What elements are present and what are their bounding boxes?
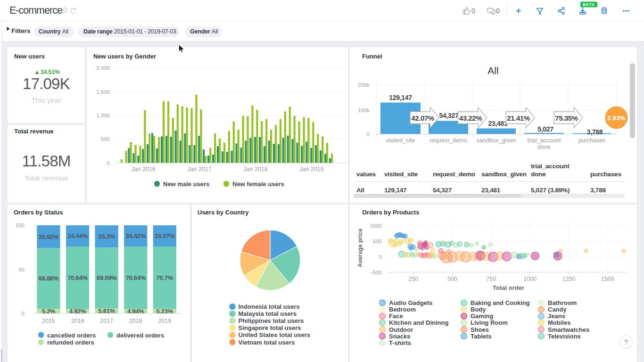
svg-text:Shoes: Shoes xyxy=(471,326,489,333)
svg-text:0: 0 xyxy=(379,254,382,260)
svg-text:500: 500 xyxy=(447,276,457,282)
svg-text:Gaming: Gaming xyxy=(471,313,493,320)
svg-text:Living Room: Living Room xyxy=(471,319,508,326)
svg-text:T-shirts: T-shirts xyxy=(389,339,411,346)
svg-text:1500: 1500 xyxy=(601,276,614,282)
svg-text:Baking and Cooking: Baking and Cooking xyxy=(471,299,530,306)
svg-text:Smartwatches: Smartwatches xyxy=(548,326,589,333)
svg-text:1250: 1250 xyxy=(562,276,576,282)
svg-text:Total order: Total order xyxy=(493,284,524,291)
svg-text:750: 750 xyxy=(486,276,496,282)
svg-text:500: 500 xyxy=(373,239,382,244)
svg-text:Mobiles: Mobiles xyxy=(548,319,570,326)
svg-text:Audio Gadgets: Audio Gadgets xyxy=(389,299,432,306)
svg-text:Body: Body xyxy=(471,306,486,313)
svg-text:Candy: Candy xyxy=(548,306,567,313)
svg-text:Televisions: Televisions xyxy=(548,333,581,340)
svg-text:1000: 1000 xyxy=(370,223,382,229)
svg-text:1000: 1000 xyxy=(523,276,537,282)
svg-text:250: 250 xyxy=(409,276,419,282)
svg-text:Outdoor: Outdoor xyxy=(389,326,413,333)
svg-text:Average price: Average price xyxy=(357,229,363,267)
svg-text:−500: −500 xyxy=(370,270,382,275)
svg-text:Bathroom: Bathroom xyxy=(548,299,577,306)
svg-text:Face: Face xyxy=(389,313,403,320)
svg-text:Snacks: Snacks xyxy=(389,333,411,340)
svg-text:Tablets: Tablets xyxy=(471,333,492,340)
svg-text:Kitchen and Dininng: Kitchen and Dininng xyxy=(389,319,448,326)
svg-text:Jeans: Jeans xyxy=(548,313,565,320)
svg-text:Bedroom: Bedroom xyxy=(389,306,416,313)
